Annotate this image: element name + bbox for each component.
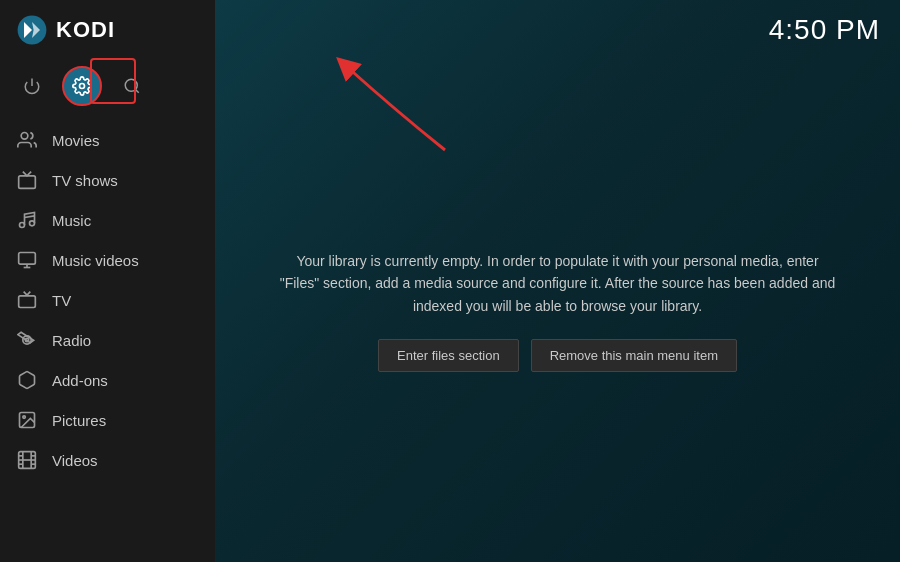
sidebar-item-movies[interactable]: Movies [0, 120, 215, 160]
action-buttons: Enter files section Remove this main men… [275, 339, 840, 372]
app-container: KODI [0, 0, 900, 562]
settings-button[interactable] [62, 66, 102, 106]
main-content: 4:50 PM Your library is currently empty.… [215, 0, 900, 562]
sidebar-item-videos-label: Videos [52, 452, 98, 469]
svg-rect-12 [19, 253, 36, 265]
sidebar-item-movies-label: Movies [52, 132, 100, 149]
remove-menu-item-button[interactable]: Remove this main menu item [531, 339, 737, 372]
kodi-logo-icon [16, 14, 48, 46]
svg-line-6 [135, 89, 138, 92]
sidebar-item-music[interactable]: Music [0, 200, 215, 240]
sidebar-item-pictures[interactable]: Pictures [0, 400, 215, 440]
app-title: KODI [56, 17, 115, 43]
radio-icon [16, 329, 38, 351]
sidebar-item-addons[interactable]: Add-ons [0, 360, 215, 400]
time-display: 4:50 PM [769, 14, 880, 46]
sidebar-icons-row [0, 60, 215, 116]
svg-rect-8 [19, 176, 36, 189]
enter-files-button[interactable]: Enter files section [378, 339, 519, 372]
tvshows-icon [16, 169, 38, 191]
musicvideos-icon [16, 249, 38, 271]
content-area: Your library is currently empty. In orde… [215, 60, 900, 562]
svg-point-7 [21, 133, 28, 140]
sidebar-item-radio[interactable]: Radio [0, 320, 215, 360]
addons-icon [16, 369, 38, 391]
library-panel: Your library is currently empty. In orde… [275, 250, 840, 372]
sidebar: KODI [0, 0, 215, 562]
sidebar-item-radio-label: Radio [52, 332, 91, 349]
svg-point-5 [125, 79, 137, 91]
videos-icon [16, 449, 38, 471]
library-message: Your library is currently empty. In orde… [275, 250, 840, 317]
sidebar-item-tvshows-label: TV shows [52, 172, 118, 189]
sidebar-item-pictures-label: Pictures [52, 412, 106, 429]
sidebar-item-tv-label: TV [52, 292, 71, 309]
svg-line-11 [25, 216, 35, 218]
sidebar-nav: Movies TV shows [0, 116, 215, 562]
search-button[interactable] [114, 68, 150, 104]
sidebar-item-tv[interactable]: TV [0, 280, 215, 320]
sidebar-item-tvshows[interactable]: TV shows [0, 160, 215, 200]
svg-point-4 [80, 84, 85, 89]
sidebar-item-musicvideos[interactable]: Music videos [0, 240, 215, 280]
sidebar-header: KODI [0, 0, 215, 60]
top-bar: 4:50 PM [215, 0, 900, 60]
sidebar-item-videos[interactable]: Videos [0, 440, 215, 480]
svg-rect-15 [19, 296, 36, 308]
music-icon [16, 209, 38, 231]
power-button[interactable] [14, 68, 50, 104]
sidebar-item-musicvideos-label: Music videos [52, 252, 139, 269]
sidebar-item-addons-label: Add-ons [52, 372, 108, 389]
movies-icon [16, 129, 38, 151]
pictures-icon [16, 409, 38, 431]
svg-point-19 [23, 416, 25, 419]
sidebar-item-music-label: Music [52, 212, 91, 229]
tv-icon [16, 289, 38, 311]
